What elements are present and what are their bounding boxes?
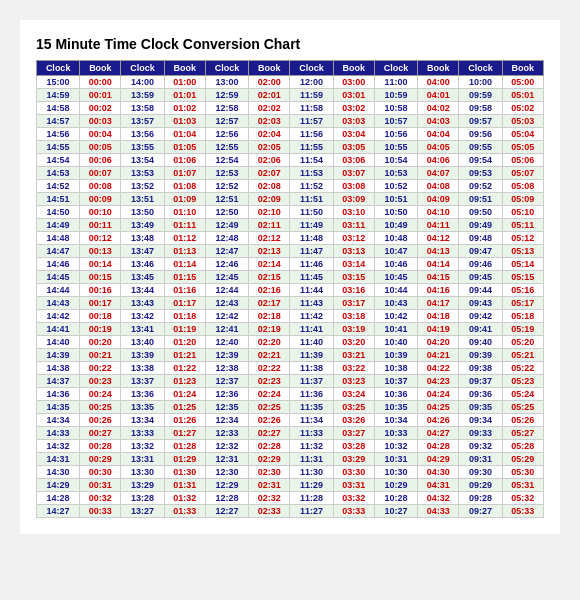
clock-cell: 13:45 [121,271,164,284]
column-header: Book [333,61,374,76]
table-row: 14:5500:0513:5501:0512:5502:0511:5503:05… [37,141,544,154]
clock-cell: 10:33 [374,427,417,440]
book-cell: 00:00 [80,76,121,89]
book-cell: 02:22 [249,362,290,375]
clock-cell: 13:42 [121,310,164,323]
clock-cell: 14:38 [37,362,80,375]
clock-cell: 10:28 [374,492,417,505]
clock-cell: 11:50 [290,206,333,219]
book-cell: 03:07 [333,167,374,180]
book-cell: 01:28 [164,440,205,453]
book-cell: 05:03 [502,115,543,128]
clock-cell: 14:46 [37,258,80,271]
book-cell: 05:13 [502,245,543,258]
book-cell: 00:18 [80,310,121,323]
clock-cell: 11:35 [290,401,333,414]
clock-cell: 12:49 [205,219,248,232]
book-cell: 00:33 [80,505,121,518]
book-cell: 00:20 [80,336,121,349]
clock-cell: 10:40 [374,336,417,349]
book-cell: 01:04 [164,128,205,141]
book-cell: 04:24 [418,388,459,401]
book-cell: 02:09 [249,193,290,206]
book-cell: 05:00 [502,76,543,89]
book-cell: 02:13 [249,245,290,258]
book-cell: 00:30 [80,466,121,479]
clock-cell: 12:53 [205,167,248,180]
clock-cell: 14:30 [37,466,80,479]
book-cell: 03:32 [333,492,374,505]
book-cell: 04:14 [418,258,459,271]
book-cell: 03:23 [333,375,374,388]
clock-cell: 14:47 [37,245,80,258]
book-cell: 04:10 [418,206,459,219]
book-cell: 00:04 [80,128,121,141]
clock-cell: 09:41 [459,323,502,336]
clock-cell: 13:37 [121,375,164,388]
clock-cell: 10:54 [374,154,417,167]
book-cell: 05:12 [502,232,543,245]
clock-cell: 11:56 [290,128,333,141]
book-cell: 02:21 [249,349,290,362]
clock-cell: 10:49 [374,219,417,232]
clock-cell: 13:40 [121,336,164,349]
column-header: Clock [37,61,80,76]
book-cell: 04:11 [418,219,459,232]
book-cell: 05:29 [502,453,543,466]
clock-cell: 09:55 [459,141,502,154]
clock-cell: 12:34 [205,414,248,427]
book-cell: 02:11 [249,219,290,232]
book-cell: 05:33 [502,505,543,518]
book-cell: 05:15 [502,271,543,284]
book-cell: 05:22 [502,362,543,375]
table-row: 14:3000:3013:3001:3012:3002:3011:3003:30… [37,466,544,479]
clock-cell: 12:35 [205,401,248,414]
conversion-table: ClockBookClockBookClockBookClockBookCloc… [36,60,544,518]
table-row: 14:4800:1213:4801:1212:4802:1211:4803:12… [37,232,544,245]
book-cell: 03:14 [333,258,374,271]
book-cell: 03:01 [333,89,374,102]
book-cell: 03:33 [333,505,374,518]
clock-cell: 14:36 [37,388,80,401]
book-cell: 05:16 [502,284,543,297]
table-row: 14:5800:0213:5801:0212:5802:0211:5803:02… [37,102,544,115]
clock-cell: 12:39 [205,349,248,362]
clock-cell: 11:28 [290,492,333,505]
book-cell: 01:01 [164,89,205,102]
clock-cell: 09:47 [459,245,502,258]
book-cell: 00:09 [80,193,121,206]
clock-cell: 14:55 [37,141,80,154]
clock-cell: 10:51 [374,193,417,206]
clock-cell: 11:39 [290,349,333,362]
clock-cell: 14:59 [37,89,80,102]
book-cell: 01:26 [164,414,205,427]
table-row: 14:5900:0113:5901:0112:5902:0111:5903:01… [37,89,544,102]
clock-cell: 11:55 [290,141,333,154]
clock-cell: 11:58 [290,102,333,115]
book-cell: 03:03 [333,115,374,128]
book-cell: 01:24 [164,388,205,401]
clock-cell: 10:30 [374,466,417,479]
book-cell: 04:29 [418,453,459,466]
book-cell: 03:00 [333,76,374,89]
book-cell: 01:13 [164,245,205,258]
book-cell: 01:30 [164,466,205,479]
table-row: 14:5000:1013:5001:1012:5002:1011:5003:10… [37,206,544,219]
clock-cell: 13:31 [121,453,164,466]
clock-cell: 10:57 [374,115,417,128]
clock-cell: 13:55 [121,141,164,154]
clock-cell: 09:57 [459,115,502,128]
book-cell: 01:22 [164,362,205,375]
clock-cell: 10:27 [374,505,417,518]
book-cell: 01:31 [164,479,205,492]
table-row: 14:3500:2513:3501:2512:3502:2511:3503:25… [37,401,544,414]
column-header: Book [418,61,459,76]
clock-cell: 12:40 [205,336,248,349]
clock-cell: 11:40 [290,336,333,349]
clock-cell: 12:50 [205,206,248,219]
table-row: 14:3300:2713:3301:2712:3302:2711:3303:27… [37,427,544,440]
clock-cell: 11:33 [290,427,333,440]
clock-cell: 11:52 [290,180,333,193]
clock-cell: 14:34 [37,414,80,427]
main-container: 15 Minute Time Clock Conversion Chart Cl… [20,20,560,534]
